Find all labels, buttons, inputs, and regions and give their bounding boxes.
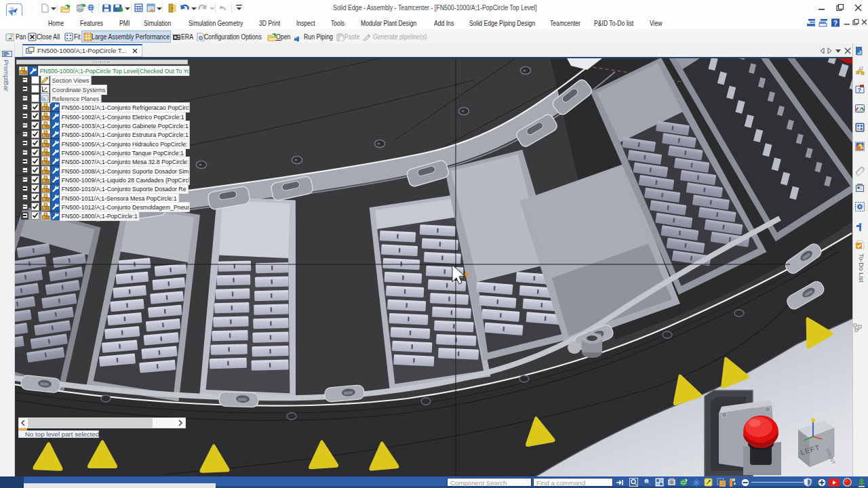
svg-text:?: ? — [858, 87, 862, 94]
svg-text:?: ? — [833, 20, 837, 27]
